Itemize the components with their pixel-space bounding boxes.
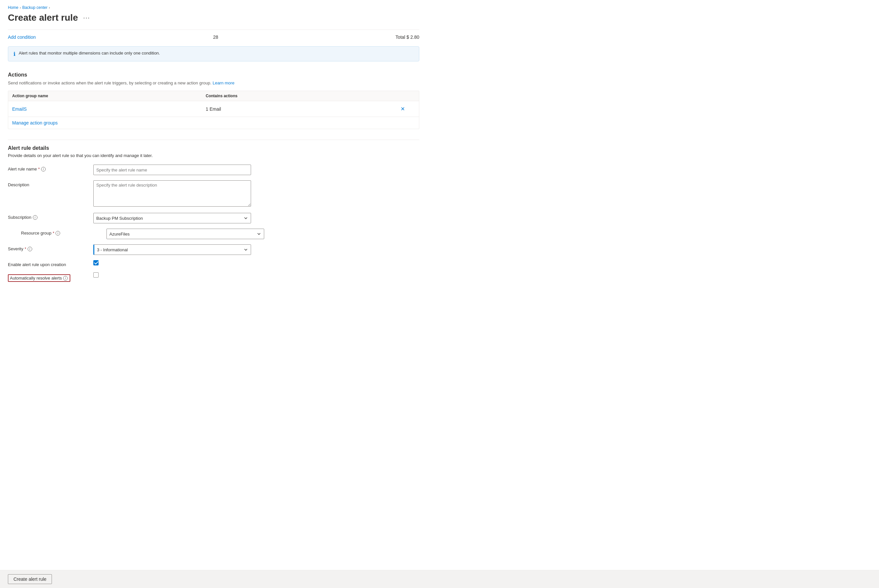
description-control [93,180,419,208]
breadcrumb-home[interactable]: Home [8,5,18,10]
footer-bar: Create alert rule [0,570,879,588]
remove-action-group-button[interactable]: ✕ [399,105,406,113]
auto-resolve-highlight: Automatically resolve alerts i [8,274,70,282]
severity-info-icon[interactable]: i [28,247,32,251]
learn-more-link[interactable]: Learn more [213,81,234,86]
info-banner-text: Alert rules that monitor multiple dimens… [19,51,160,56]
page-title: Create alert rule [8,12,78,23]
required-star-rg: * [53,231,54,236]
description-input[interactable] [93,180,251,207]
action-groups-table: Action group name Contains actions Email… [8,91,419,129]
auto-resolve-control [93,272,419,278]
severity-select[interactable]: 0 - Critical 1 - Error 2 - Warning 3 - I… [93,244,251,255]
condition-count: 28 [213,34,218,40]
auto-resolve-checkbox-wrapper [93,272,419,278]
table-header: Action group name Contains actions [8,91,419,101]
col-header-name: Action group name [12,94,206,98]
info-banner-icon: ℹ [14,51,15,57]
details-section-desc: Provide details on your alert rule so th… [8,153,419,158]
alert-rule-name-row: Alert rule name * i [8,165,419,175]
breadcrumb: Home › Backup center › [8,5,419,10]
auto-resolve-label-col: Automatically resolve alerts i [8,272,93,282]
actions-section-title: Actions [8,72,419,78]
top-bar: Add condition 28 Total $ 2.80 [8,30,419,41]
alert-rule-name-input[interactable] [93,165,251,175]
actions-desc-text: Send notifications or invoke actions whe… [8,81,211,86]
auto-resolve-row: Automatically resolve alerts i [8,272,419,282]
subscription-label: Subscription i [8,215,93,220]
ellipsis-button[interactable]: ··· [81,14,92,22]
enable-alert-checkbox[interactable] [93,260,99,266]
action-group-name-cell: EmailS [12,106,206,112]
breadcrumb-sep-1: › [20,6,21,9]
table-row: EmailS 1 Email ✕ [8,101,419,117]
actions-section: Actions Send notifications or invoke act… [8,72,419,129]
subscription-info-icon[interactable]: i [33,215,38,220]
breadcrumb-backup-center[interactable]: Backup center [23,5,48,10]
enable-alert-row: Enable alert rule upon creation [8,260,419,267]
create-alert-rule-button[interactable]: Create alert rule [8,574,52,584]
manage-action-groups-link[interactable]: Manage action groups [12,120,58,126]
severity-control: 0 - Critical 1 - Error 2 - Warning 3 - I… [93,244,419,255]
enable-alert-control [93,260,419,266]
action-group-actions-cell: 1 Email [206,106,399,112]
subscription-label-col: Subscription i [8,213,93,220]
info-banner: ℹ Alert rules that monitor multiple dime… [8,46,419,62]
action-group-link[interactable]: EmailS [12,106,27,112]
add-condition-button[interactable]: Add condition [8,33,36,41]
description-row: Description [8,180,419,208]
total-cost: Total $ 2.80 [396,34,419,40]
breadcrumb-sep-2: › [49,6,50,9]
description-label-col: Description [8,180,93,187]
section-divider [8,140,419,140]
alert-rule-name-label: Alert rule name * i [8,166,93,171]
resource-group-row: Resource group * i AzureFiles [8,229,419,239]
resource-group-label-col: Resource group * i [21,229,107,236]
severity-row: Severity * i 0 - Critical 1 - Error 2 - … [8,244,419,255]
required-star-name: * [38,167,40,171]
subscription-control: Backup PM Subscription [93,213,419,224]
alert-rule-name-info-icon[interactable]: i [41,167,46,171]
details-section: Alert rule details Provide details on yo… [8,145,419,282]
resource-group-info-icon[interactable]: i [56,231,60,236]
required-star-severity: * [25,247,26,251]
severity-label-col: Severity * i [8,244,93,251]
enable-alert-checkbox-wrapper [93,260,419,266]
auto-resolve-checkbox[interactable] [93,272,99,278]
subscription-select[interactable]: Backup PM Subscription [93,213,251,224]
page-header: Create alert rule ··· [8,12,419,23]
description-label: Description [8,182,93,187]
manage-link-row: Manage action groups [8,117,419,129]
severity-label: Severity * i [8,246,93,251]
action-group-remove-cell: ✕ [399,105,415,113]
actions-section-desc: Send notifications or invoke actions whe… [8,81,419,86]
enable-alert-label-col: Enable alert rule upon creation [8,260,93,267]
resource-group-control: AzureFiles [107,229,419,239]
auto-resolve-info-icon[interactable]: i [63,276,68,280]
col-header-actions: Contains actions [206,94,399,98]
alert-rule-name-control [93,165,419,175]
auto-resolve-label: Automatically resolve alerts i [8,274,93,282]
details-section-title: Alert rule details [8,145,419,151]
resource-group-label: Resource group * i [21,231,107,236]
resource-group-select[interactable]: AzureFiles [107,229,264,239]
enable-alert-label: Enable alert rule upon creation [8,262,93,267]
subscription-row: Subscription i Backup PM Subscription [8,213,419,224]
alert-rule-name-label-col: Alert rule name * i [8,165,93,171]
